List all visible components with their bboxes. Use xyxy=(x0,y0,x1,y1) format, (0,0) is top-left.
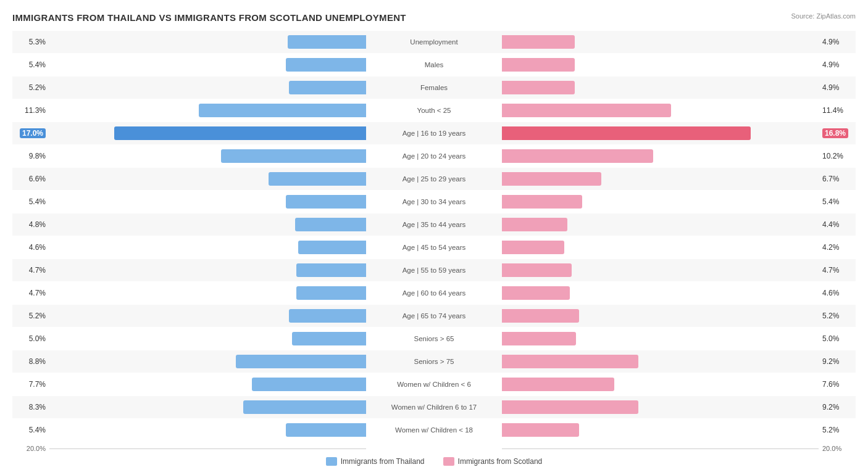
center-label: Unemployment xyxy=(366,38,502,46)
bar-row: 5.3% Unemployment 4.9% xyxy=(12,31,856,53)
left-bar xyxy=(289,309,366,323)
right-bar-area xyxy=(502,286,819,300)
center-label: Age | 35 to 44 years xyxy=(366,221,502,228)
right-value: 4.7% xyxy=(819,266,856,275)
right-bar xyxy=(502,309,579,323)
left-bar xyxy=(286,195,366,209)
center-label: Age | 55 to 59 years xyxy=(366,267,502,274)
bar-row: 4.8% Age | 35 to 44 years 4.4% xyxy=(12,213,856,236)
left-bar xyxy=(114,126,366,140)
right-value: 5.2% xyxy=(819,426,856,434)
right-bar-area xyxy=(502,400,819,414)
left-bar xyxy=(298,241,366,254)
left-value: 8.3% xyxy=(12,403,49,411)
right-bar xyxy=(502,149,653,163)
axis-line-right xyxy=(502,448,819,449)
center-label: Seniors > 65 xyxy=(366,335,502,342)
right-bar-area xyxy=(502,309,819,323)
right-bar xyxy=(502,423,579,437)
left-bar xyxy=(252,378,366,391)
right-bar xyxy=(502,241,564,254)
right-value: 9.2% xyxy=(819,403,856,411)
legend-box-thailand xyxy=(326,457,337,466)
chart-area: 5.3% Unemployment 4.9% 5.4% Males 4.9% 5… xyxy=(12,31,856,441)
axis-line-left xyxy=(49,448,366,449)
left-bar xyxy=(295,218,366,231)
right-value: 4.6% xyxy=(819,289,856,297)
right-bar-area xyxy=(502,104,819,117)
right-value: 11.4% xyxy=(819,106,856,115)
left-value: 5.2% xyxy=(12,312,49,320)
left-bar xyxy=(286,58,366,72)
right-bar xyxy=(502,126,751,140)
right-bar xyxy=(502,218,567,231)
center-label: Women w/ Children < 18 xyxy=(366,426,502,434)
right-bar-area xyxy=(502,218,819,231)
axis-right-value: 20.0% xyxy=(819,445,856,452)
legend: Immigrants from Thailand Immigrants from… xyxy=(12,457,856,466)
left-bar xyxy=(269,172,366,186)
center-label: Age | 65 to 74 years xyxy=(366,312,502,320)
chart-title: IMMIGRANTS FROM THAILAND VS IMMIGRANTS F… xyxy=(12,12,406,23)
left-bar xyxy=(243,400,366,414)
chart-source: Source: ZipAtlas.com xyxy=(791,12,856,20)
right-value: 4.2% xyxy=(819,243,856,252)
left-value: 8.8% xyxy=(12,357,49,366)
right-bar-area xyxy=(502,149,819,163)
bar-row: 17.0% Age | 16 to 19 years 16.8% xyxy=(12,122,856,144)
left-bar xyxy=(296,263,366,277)
left-value: 6.6% xyxy=(12,175,49,183)
left-value: 4.6% xyxy=(12,243,49,252)
right-value: 16.8% xyxy=(819,129,856,138)
left-bar-area xyxy=(49,195,366,209)
bar-row: 11.3% Youth < 25 11.4% xyxy=(12,99,856,122)
left-bar-area xyxy=(49,149,366,163)
right-value: 5.4% xyxy=(819,197,856,206)
right-bar-area xyxy=(502,35,819,49)
right-bar-area xyxy=(502,126,819,140)
center-label: Males xyxy=(366,61,502,68)
left-value: 5.4% xyxy=(12,197,49,206)
bar-row: 5.4% Age | 30 to 34 years 5.4% xyxy=(12,191,856,213)
legend-label-scotland: Immigrants from Scotland xyxy=(458,457,543,466)
right-bar-area xyxy=(502,423,819,437)
right-value: 10.2% xyxy=(819,152,856,160)
right-value: 4.9% xyxy=(819,38,856,46)
left-bar-area xyxy=(49,378,366,391)
bar-row: 7.7% Women w/ Children < 6 7.6% xyxy=(12,373,856,395)
center-label: Age | 30 to 34 years xyxy=(366,198,502,205)
center-label: Seniors > 75 xyxy=(366,358,502,365)
right-bar xyxy=(502,400,638,414)
right-bar xyxy=(502,172,601,186)
left-bar xyxy=(286,423,366,437)
chart-container: IMMIGRANTS FROM THAILAND VS IMMIGRANTS F… xyxy=(12,12,856,466)
bar-row: 4.7% Age | 55 to 59 years 4.7% xyxy=(12,259,856,281)
left-bar-area xyxy=(49,81,366,94)
right-value: 4.9% xyxy=(819,60,856,69)
axis-left-value: 20.0% xyxy=(12,445,49,452)
right-bar xyxy=(502,263,572,277)
left-bar xyxy=(289,81,366,94)
right-bar xyxy=(502,195,582,209)
center-label: Youth < 25 xyxy=(366,107,502,114)
axis-row: 20.0% 20.0% xyxy=(12,445,856,452)
left-value: 4.7% xyxy=(12,289,49,297)
left-bar-area xyxy=(49,423,366,437)
left-bar-area xyxy=(49,400,366,414)
left-bar xyxy=(296,286,366,300)
right-value: 5.2% xyxy=(819,312,856,320)
right-value: 5.0% xyxy=(819,334,856,343)
left-value: 5.4% xyxy=(12,60,49,69)
right-value: 9.2% xyxy=(819,357,856,366)
center-label: Age | 60 to 64 years xyxy=(366,289,502,297)
center-label: Age | 45 to 54 years xyxy=(366,244,502,251)
bar-row: 5.4% Women w/ Children < 18 5.2% xyxy=(12,419,856,441)
left-value: 5.2% xyxy=(12,83,49,92)
left-bar-area xyxy=(49,104,366,117)
bar-row: 4.7% Age | 60 to 64 years 4.6% xyxy=(12,282,856,304)
right-bar xyxy=(502,81,575,94)
left-bar-area xyxy=(49,58,366,72)
left-bar xyxy=(288,35,366,49)
left-value: 7.7% xyxy=(12,380,49,389)
left-bar xyxy=(221,149,366,163)
